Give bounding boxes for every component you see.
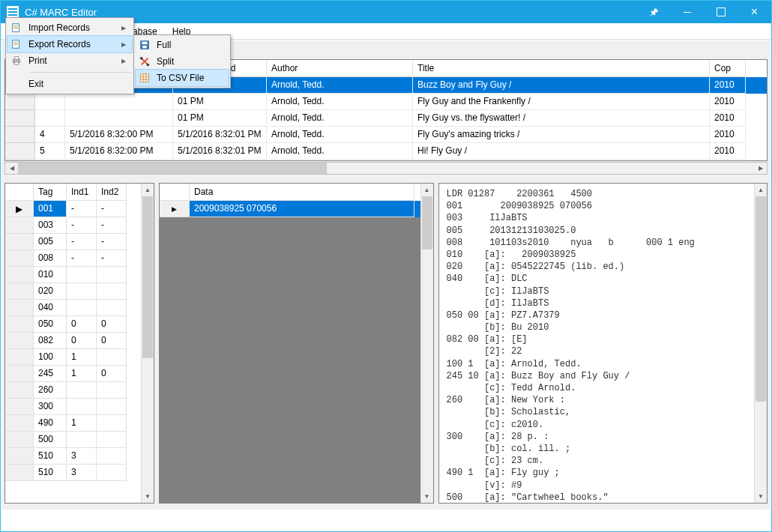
chevron-right-icon: ▶: [121, 58, 132, 64]
menu-exit[interactable]: Exit: [7, 76, 132, 92]
data-vscroll[interactable]: ▲ ▼: [420, 184, 433, 503]
data-row[interactable]: 2009038925 070056: [160, 201, 420, 217]
svg-rect-10: [141, 74, 149, 82]
menu-print[interactable]: Print ▶: [7, 52, 132, 69]
field-row[interactable]: 020: [5, 283, 141, 300]
field-row[interactable]: 1001: [5, 349, 141, 366]
svg-rect-1: [13, 40, 19, 49]
field-row[interactable]: 500: [5, 432, 141, 448]
content-area: Date Changed Author Title Cop 01 PMArnol…: [1, 40, 771, 531]
field-row[interactable]: 4901: [5, 415, 141, 432]
raw-panel: LDR 01287 2200361 4500 001 2009038925 07…: [438, 183, 768, 504]
pin-button[interactable]: [636, 1, 670, 23]
export-icon: [7, 39, 25, 49]
col-data[interactable]: Data: [190, 184, 414, 201]
field-row[interactable]: 005--: [5, 234, 141, 250]
field-row[interactable]: 08200: [5, 333, 141, 349]
col-author[interactable]: Author: [267, 60, 413, 77]
export-submenu: Full Split To CSV File: [133, 34, 231, 88]
table-row[interactable]: 01 PMArnold, Tedd.Fly Guy vs. the flyswa…: [5, 110, 767, 127]
chevron-right-icon: ▶: [121, 25, 132, 31]
col-tag[interactable]: Tag: [34, 184, 67, 201]
save-icon: [136, 40, 154, 50]
app-icon: [7, 6, 19, 18]
field-row[interactable]: 040: [5, 300, 141, 316]
menu-export-full[interactable]: Full: [136, 37, 229, 53]
svg-point-9: [147, 64, 150, 67]
field-row[interactable]: 010: [5, 267, 141, 283]
fields-panel: Tag Ind1 Ind2 ▶001--003--005--008--01002…: [4, 183, 154, 504]
field-row[interactable]: 008--: [5, 250, 141, 267]
scroll-up-icon[interactable]: ▲: [142, 184, 154, 196]
split-icon: [136, 56, 154, 67]
records-hscroll[interactable]: ◀ ▶: [4, 162, 768, 175]
raw-vscroll[interactable]: ▲ ▼: [754, 184, 767, 503]
col-title[interactable]: Title: [413, 60, 710, 77]
print-icon: [7, 55, 25, 66]
scroll-left-icon[interactable]: ◀: [5, 163, 18, 174]
field-row[interactable]: 05000: [5, 316, 141, 333]
minimize-button[interactable]: [670, 1, 704, 23]
menu-export-csv[interactable]: To CSV File: [135, 69, 229, 87]
field-row[interactable]: 5103: [5, 465, 141, 481]
data-panel: Data 2009038925 070056 ▲ ▼: [159, 183, 434, 504]
svg-point-8: [140, 57, 143, 60]
status-bar: [1, 510, 771, 531]
field-row[interactable]: 5103: [5, 448, 141, 465]
scroll-thumb[interactable]: [18, 163, 327, 174]
svg-rect-7: [142, 46, 146, 49]
field-row[interactable]: ▶001--: [5, 201, 141, 217]
window-title: C# MARC Editor: [25, 7, 636, 18]
field-row[interactable]: 003--: [5, 217, 141, 234]
csv-icon: [136, 73, 154, 83]
menu-export-split[interactable]: Split: [136, 53, 229, 70]
window: C# MARC Editor × File Edit Options Datab…: [0, 0, 772, 532]
col-ind1[interactable]: Ind1: [67, 184, 97, 201]
menu-separator: [30, 72, 130, 73]
fields-vscroll[interactable]: ▲ ▼: [141, 184, 154, 503]
maximize-button[interactable]: [704, 1, 738, 23]
menu-export-records[interactable]: Export Records ▶: [7, 35, 133, 53]
svg-rect-6: [142, 42, 148, 45]
close-button[interactable]: ×: [738, 1, 771, 23]
field-row[interactable]: 260: [5, 382, 141, 399]
table-row[interactable]: 45/1/2016 8:32:00 PM5/1/2016 8:32:01 PMA…: [5, 127, 767, 143]
import-icon: [7, 22, 25, 33]
scroll-down-icon[interactable]: ▼: [142, 490, 154, 503]
svg-rect-3: [14, 57, 18, 60]
file-menu: Import Records ▶ Export Records ▶ Print …: [5, 17, 134, 94]
table-row[interactable]: 01 PMArnold, Tedd.Fly Guy and the Franke…: [5, 94, 767, 110]
table-row[interactable]: 55/1/2016 8:32:00 PM5/1/2016 8:32:01 PMA…: [5, 143, 767, 160]
svg-rect-4: [14, 62, 18, 65]
scroll-right-icon[interactable]: ▶: [754, 163, 767, 174]
col-cop[interactable]: Cop: [710, 60, 746, 77]
raw-text[interactable]: LDR 01287 2200361 4500 001 2009038925 07…: [439, 184, 754, 503]
svg-rect-0: [13, 24, 19, 32]
col-ind2[interactable]: Ind2: [97, 184, 127, 201]
chevron-right-icon: ▶: [121, 41, 132, 48]
menu-import-records[interactable]: Import Records ▶: [7, 19, 132, 36]
field-row[interactable]: 24510: [5, 366, 141, 382]
field-row[interactable]: 300: [5, 399, 141, 415]
